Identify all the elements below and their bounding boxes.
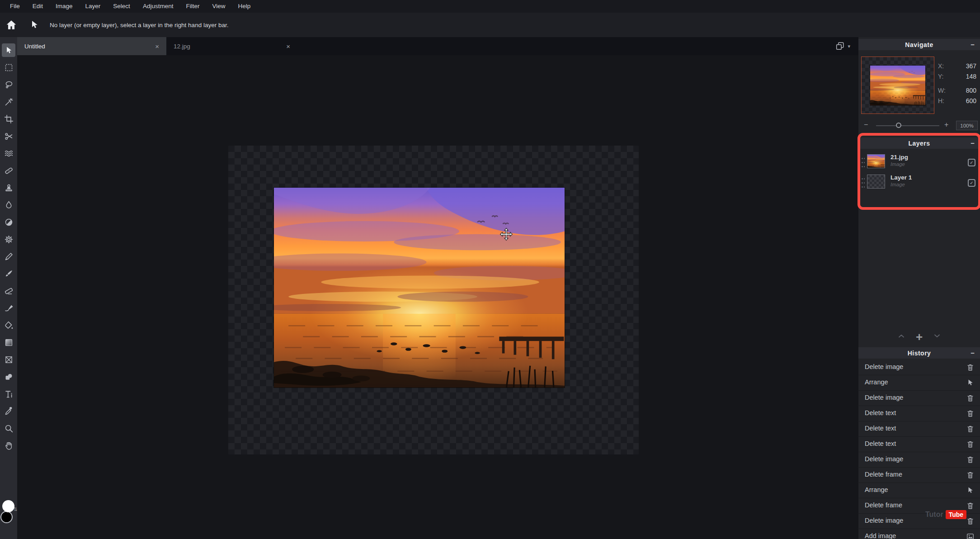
menu-item-edit[interactable]: Edit bbox=[26, 0, 49, 13]
menu-item-image[interactable]: Image bbox=[49, 0, 79, 13]
fill-tool[interactable] bbox=[2, 318, 15, 332]
arrange-tool[interactable] bbox=[2, 43, 15, 57]
crop-tool[interactable] bbox=[2, 112, 15, 126]
magic-wand-tool[interactable] bbox=[2, 95, 15, 109]
layer-row-layer-1[interactable]: Layer 1 Image ✓ bbox=[858, 173, 980, 194]
history-item[interactable]: Add image bbox=[858, 529, 980, 539]
tab-close-icon[interactable]: × bbox=[284, 43, 292, 50]
minimize-icon[interactable]: − bbox=[971, 139, 975, 147]
history-item-icon[interactable] bbox=[966, 455, 975, 464]
canvas-area[interactable] bbox=[17, 55, 858, 539]
history-item-icon[interactable] bbox=[966, 532, 975, 539]
layer-visibility-checkbox[interactable]: ✓ bbox=[968, 179, 975, 187]
adjust-tool[interactable] bbox=[2, 232, 15, 246]
zoom-out-button[interactable]: − bbox=[864, 121, 868, 129]
history-item-icon[interactable] bbox=[966, 425, 975, 433]
history-item-label: Delete image bbox=[865, 517, 903, 524]
history-item[interactable]: Arrange bbox=[858, 483, 980, 498]
home-icon[interactable] bbox=[5, 19, 17, 31]
history-title: History bbox=[858, 350, 980, 357]
history-item[interactable]: Delete text bbox=[858, 406, 980, 421]
sunset-photo-layer[interactable] bbox=[274, 188, 565, 388]
heal-tool[interactable] bbox=[2, 164, 15, 177]
draw-brush-tool[interactable] bbox=[2, 267, 15, 280]
history-item-icon[interactable] bbox=[966, 363, 975, 372]
history-item[interactable]: Delete text bbox=[858, 421, 980, 437]
history-item-label: Delete text bbox=[865, 440, 896, 447]
layer-thumbnail[interactable] bbox=[867, 154, 885, 168]
menu-item-layer[interactable]: Layer bbox=[79, 0, 107, 13]
navigate-thumbnail[interactable] bbox=[861, 57, 934, 114]
tab-bar: Untitled × 12.jpg × ▾ bbox=[17, 37, 858, 55]
w-value: 800 bbox=[966, 87, 976, 94]
window-layout-icon[interactable] bbox=[835, 41, 845, 51]
zoom-slider-track[interactable] bbox=[876, 125, 939, 126]
menu-item-filter[interactable]: Filter bbox=[179, 0, 206, 13]
add-layer-button[interactable]: + bbox=[916, 332, 923, 341]
history-item[interactable]: Delete frame bbox=[858, 468, 980, 483]
history-item[interactable]: Delete text bbox=[858, 437, 980, 452]
liquify-tool[interactable] bbox=[2, 147, 15, 160]
frame-tool[interactable] bbox=[2, 353, 15, 366]
history-item-icon[interactable] bbox=[966, 517, 975, 525]
layer-visibility-checkbox[interactable]: ✓ bbox=[968, 159, 975, 166]
menu-bar: FileEditImageLayerSelectAdjustmentFilter… bbox=[0, 0, 980, 13]
clone-stamp-tool[interactable] bbox=[2, 181, 15, 194]
w-label: W: bbox=[938, 87, 946, 94]
lasso-select-tool[interactable] bbox=[2, 78, 15, 91]
menu-item-file[interactable]: File bbox=[4, 0, 26, 13]
history-item-icon[interactable] bbox=[966, 378, 975, 387]
history-item[interactable]: Delete image bbox=[858, 452, 980, 468]
zoom-value[interactable]: 100% bbox=[956, 121, 978, 130]
move-layer-down-button[interactable] bbox=[933, 331, 942, 342]
marquee-select-tool[interactable] bbox=[2, 61, 15, 74]
pen-tool[interactable] bbox=[2, 250, 15, 263]
history-item-icon[interactable] bbox=[966, 394, 975, 402]
x-label: X: bbox=[938, 62, 944, 70]
history-item-icon[interactable] bbox=[966, 501, 975, 510]
gradient-tool[interactable] bbox=[2, 336, 15, 349]
layer-thumbnail[interactable] bbox=[867, 175, 885, 189]
history-item-icon[interactable] bbox=[966, 440, 975, 449]
foreground-color-swatch[interactable] bbox=[2, 500, 14, 512]
tab-close-icon[interactable]: × bbox=[153, 43, 161, 50]
caret-down-icon[interactable]: ▾ bbox=[848, 43, 850, 49]
shape-tool[interactable] bbox=[2, 370, 15, 383]
toning-tool[interactable] bbox=[2, 215, 15, 229]
history-item[interactable]: Arrange bbox=[858, 375, 980, 391]
tabs: Untitled × 12.jpg × bbox=[17, 37, 297, 55]
layer-drag-handle[interactable] bbox=[861, 156, 865, 168]
menu-item-view[interactable]: View bbox=[206, 0, 231, 13]
layer-name: 21.jpg bbox=[890, 154, 908, 161]
color-picker-tool[interactable] bbox=[2, 404, 15, 418]
history-item-icon[interactable] bbox=[966, 409, 975, 418]
tab-12-jpg[interactable]: 12.jpg × bbox=[166, 37, 297, 55]
ink-tool[interactable] bbox=[2, 301, 15, 315]
move-layer-up-button[interactable] bbox=[897, 331, 906, 342]
cutout-tool[interactable] bbox=[2, 129, 15, 143]
minimize-icon[interactable]: − bbox=[971, 41, 975, 48]
menu-item-select[interactable]: Select bbox=[107, 0, 137, 13]
zoom-tool[interactable] bbox=[2, 421, 15, 435]
watermark: Tutor Tube bbox=[925, 510, 966, 519]
tab-untitled[interactable]: Untitled × bbox=[17, 37, 166, 55]
layer-controls: + bbox=[858, 330, 980, 344]
history-item[interactable]: Delete image bbox=[858, 391, 980, 406]
detail-blur-tool[interactable] bbox=[2, 198, 15, 212]
menu-item-adjustment[interactable]: Adjustment bbox=[137, 0, 180, 13]
eraser-tool[interactable] bbox=[2, 284, 15, 298]
history-item-label: Delete frame bbox=[865, 501, 902, 509]
history-item-label: Arrange bbox=[865, 486, 888, 493]
layer-row-21-jpg[interactable]: 21.jpg Image ✓ bbox=[858, 153, 980, 173]
history-item-icon[interactable] bbox=[966, 486, 975, 495]
layer-drag-handle[interactable] bbox=[861, 177, 865, 189]
history-item[interactable]: Delete image bbox=[858, 360, 980, 375]
history-item-icon[interactable] bbox=[966, 471, 975, 479]
zoom-in-button[interactable]: + bbox=[944, 121, 948, 129]
text-tool[interactable] bbox=[2, 387, 15, 401]
zoom-slider-knob[interactable] bbox=[896, 123, 901, 128]
minimize-icon[interactable]: − bbox=[971, 349, 975, 357]
background-color-swatch[interactable] bbox=[0, 511, 13, 523]
hand-tool[interactable] bbox=[2, 439, 15, 452]
menu-item-help[interactable]: Help bbox=[231, 0, 257, 13]
